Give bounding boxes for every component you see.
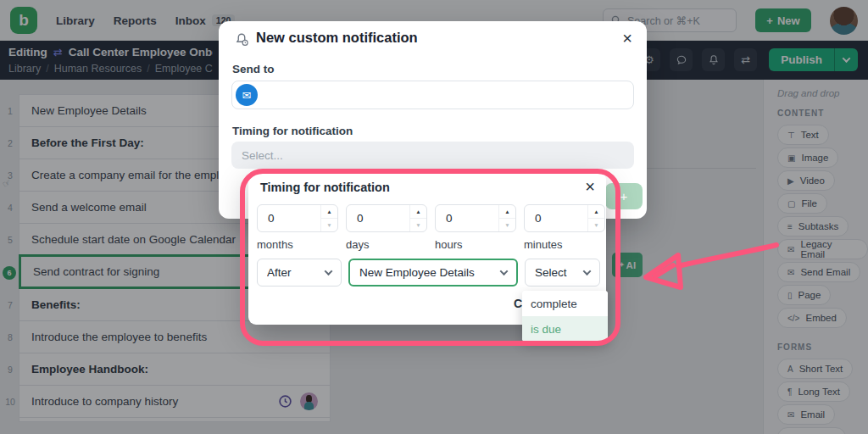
minutes-value: 0	[535, 212, 542, 225]
hours-value: 0	[446, 212, 453, 225]
popup-title: Timing for notification	[260, 181, 390, 194]
state-select[interactable]: Select	[525, 259, 600, 287]
step-down-icon[interactable]: ▼	[588, 218, 604, 231]
months-value: 0	[268, 212, 275, 225]
timing-select[interactable]: Select...	[231, 142, 634, 169]
step-up-icon[interactable]: ▲	[499, 205, 515, 218]
modal-submit-button[interactable]: +	[605, 183, 643, 209]
option-is-due[interactable]: is due	[522, 316, 608, 342]
chevron-down-icon	[500, 267, 509, 275]
close-icon[interactable]: ×	[619, 26, 636, 50]
chevron-down-icon	[583, 267, 592, 275]
option-complete[interactable]: complete	[522, 291, 608, 316]
step-down-icon[interactable]: ▼	[321, 218, 337, 231]
days-stepper[interactable]: 0 ▲▼	[346, 204, 427, 232]
step-up-icon[interactable]: ▲	[410, 205, 426, 218]
when-select[interactable]: After	[257, 259, 342, 287]
step-up-icon[interactable]: ▲	[588, 205, 604, 218]
days-value: 0	[357, 212, 364, 225]
hours-stepper[interactable]: 0 ▲▼	[435, 204, 516, 232]
step-down-icon[interactable]: ▼	[499, 218, 515, 231]
days-unit-label: days	[346, 238, 369, 251]
send-to-input[interactable]: ✉	[231, 81, 634, 109]
app-window: b Library Reports Inbox 120 Search or ⌘+…	[0, 0, 868, 434]
plus-icon: +	[620, 189, 628, 203]
send-to-label: Send to	[232, 63, 275, 75]
close-icon[interactable]: ×	[581, 175, 598, 198]
bell-clock-icon	[234, 32, 249, 47]
step-down-icon[interactable]: ▼	[410, 218, 426, 231]
state-select-value: Select	[535, 266, 577, 279]
envelope-icon: ✉	[242, 89, 252, 102]
state-options-menu: complete is due	[522, 291, 608, 342]
when-select-value: After	[267, 266, 319, 279]
task-select[interactable]: New Employee Details	[348, 259, 518, 287]
minutes-unit-label: minutes	[524, 238, 563, 251]
months-stepper[interactable]: 0 ▲▼	[257, 204, 338, 232]
minutes-stepper[interactable]: 0 ▲▼	[524, 204, 605, 232]
timing-label: Timing for notification	[232, 125, 353, 137]
task-select-value: New Employee Details	[359, 266, 494, 279]
step-up-icon[interactable]: ▲	[321, 205, 337, 218]
email-recipient-chip[interactable]: ✉	[236, 84, 258, 106]
hours-unit-label: hours	[435, 238, 463, 251]
modal-title: New custom notification	[256, 30, 418, 46]
chevron-down-icon	[325, 267, 333, 275]
months-unit-label: months	[257, 238, 293, 251]
